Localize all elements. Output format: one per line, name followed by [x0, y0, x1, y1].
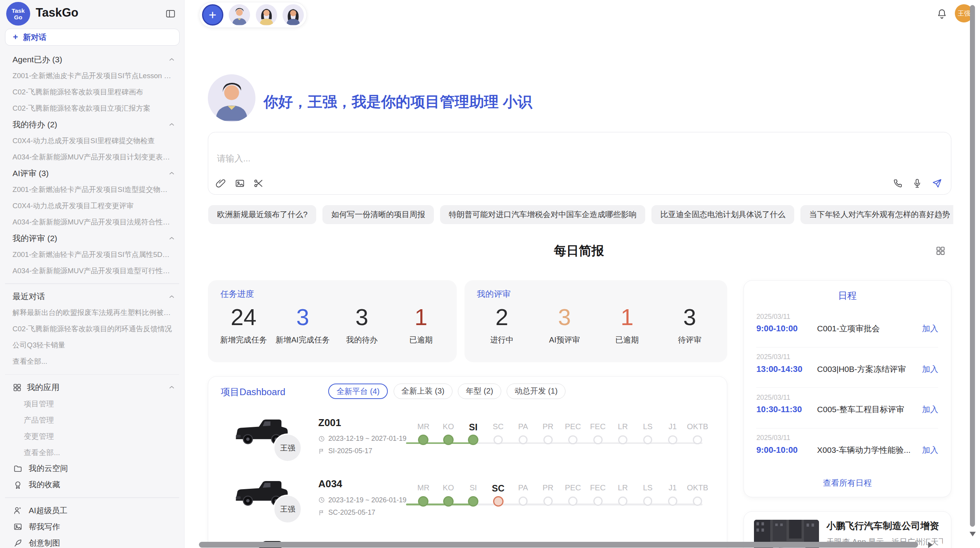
schedule-main-row: 13:00-14:30C003|H0B-方案冻结评审加入: [756, 364, 938, 375]
app-item[interactable]: 产品管理: [0, 412, 184, 428]
chevron-up-icon: [168, 56, 175, 63]
join-link[interactable]: 加入: [922, 445, 938, 456]
schedule-main-row: 9:00-10:00X003-车辆动力学性能验...加入: [756, 445, 938, 456]
schedule-time: 13:00-14:30: [756, 364, 817, 374]
dashboard-title: 项目Dashboard: [221, 386, 285, 398]
recent-chat-item[interactable]: 解释最新出台的欧盟报废车法规再生塑料比例被调至15%...: [0, 305, 184, 321]
recent-chat-item[interactable]: C02-飞腾新能源轻客改款项目的闭环通告反馈情况: [0, 321, 184, 337]
project-row[interactable]: 王强Z0012023-12-19 ~ 2027-01-19SI-2025-05-…: [208, 407, 726, 468]
image-upload-icon[interactable]: [235, 178, 245, 188]
sidebar-apps-header[interactable]: 我的应用: [0, 379, 184, 396]
suggestion-chip[interactable]: 比亚迪全固态电池计划具体说了什么: [651, 205, 794, 224]
chat-input[interactable]: [216, 151, 781, 179]
flag-text: SI-2025-05-17: [328, 447, 372, 455]
new-chat-label: 新对话: [23, 32, 46, 43]
milestone-dot: [443, 435, 454, 445]
dashboard-tab[interactable]: 动总开发 (1): [507, 384, 565, 399]
daily-briefing-title: 每日简报: [199, 243, 959, 260]
suggestion-chip[interactable]: 欧洲新规最近颁布了什么?: [208, 205, 316, 224]
sidebar-item[interactable]: C02-飞腾新能源轻客改款项目里程碑画布: [0, 84, 184, 100]
sidebar-item[interactable]: C0X4-动力总成开发项目工程变更评审: [0, 198, 184, 214]
milestone: LR: [610, 407, 635, 445]
join-link[interactable]: 加入: [922, 323, 938, 334]
attachment-icon[interactable]: [216, 178, 226, 188]
sidebar-item-favorites[interactable]: 我的收藏: [0, 477, 184, 493]
sidebar-item-creative-draw[interactable]: 创意制图: [0, 535, 184, 548]
send-icon[interactable]: [932, 178, 942, 188]
horizontal-scrollbar[interactable]: [199, 542, 918, 548]
stat-label: AI预评审: [533, 335, 596, 345]
sidebar-item[interactable]: Z001-全新燃油轻卡产品开发项目SI节点属性5D文件评审: [0, 247, 184, 263]
agent-avatar-3[interactable]: [283, 4, 304, 26]
milestone-label: FEC: [586, 483, 610, 495]
stat-value: 3: [533, 304, 596, 331]
briefing-layout-icon[interactable]: [935, 245, 946, 256]
dashboard-tab[interactable]: 全新上装 (3): [394, 384, 452, 399]
app-item[interactable]: 项目管理: [0, 396, 184, 412]
milestone-timeline: MRKOSISCPAPRPECFECLRLSJ1OKTB: [406, 407, 708, 468]
people-icon: [13, 506, 22, 515]
stat-column: 2进行中: [471, 304, 533, 345]
sidebar-section-header[interactable]: AI评审 (3): [0, 165, 184, 182]
dashboard-tab[interactable]: 年型 (2): [458, 384, 501, 399]
view-all-recent-link[interactable]: 查看全部...: [0, 353, 184, 370]
add-agent-button[interactable]: +: [202, 4, 223, 26]
input-voice-tools: [893, 178, 942, 188]
suggestion-chip[interactable]: 如何写一份清晰的项目周报: [322, 205, 434, 224]
folder-icon: [13, 464, 22, 473]
section-title: 我的应用: [27, 382, 60, 393]
sidebar-item[interactable]: Z001-全新燃油轻卡产品开发项目SI造型提交物评审: [0, 182, 184, 198]
sidebar-item[interactable]: A034-全新新能源MUV产品开发项目造型可行性评审: [0, 263, 184, 279]
sidebar-section-header[interactable]: 我的评审 (2): [0, 230, 184, 247]
schedule-name: C005-整车工程目标评审: [817, 404, 922, 415]
join-link[interactable]: 加入: [922, 404, 938, 415]
sidebar-item[interactable]: Z001-全新燃油皮卡产品开发项目SI节点Lesson Learn报告: [0, 68, 184, 84]
section-title: 我的待办 (2): [12, 119, 57, 130]
milestone-dot: [519, 497, 528, 506]
sidebar-collapse-icon[interactable]: [165, 8, 176, 19]
sidebar-item[interactable]: A034-全新新能源MUV产品开发项目计划变更表编写: [0, 149, 184, 165]
sidebar-section-header[interactable]: 我的待办 (2): [0, 116, 184, 133]
sidebar-item[interactable]: C02-飞腾新能源轻客改款项目立项汇报方案: [0, 100, 184, 116]
milestone-dot: [543, 435, 553, 445]
view-all-schedule-link[interactable]: 查看所有日程: [744, 478, 951, 488]
join-link[interactable]: 加入: [922, 364, 938, 375]
suggestion-chip[interactable]: 当下年轻人对汽车外观有怎样的喜好趋势: [800, 205, 953, 224]
milestone: KO: [436, 407, 461, 445]
sidebar-recent-header[interactable]: 最近对话: [0, 288, 184, 305]
milestone: KO: [436, 468, 461, 506]
scroll-down-arrow-icon[interactable]: [970, 532, 976, 536]
my-review-card: 我的评审 2进行中3AI预评审1已逾期3待评审: [464, 280, 727, 362]
sidebar-item-help-write[interactable]: 帮我写作: [0, 519, 184, 535]
sidebar-item-cloud-space[interactable]: 我的云空间: [0, 461, 184, 477]
schedule-item: 2025/03/119:00-10:00X003-车辆动力学性能验...加入: [756, 428, 938, 468]
suggestion-chip[interactable]: 特朗普可能对进口汽车增税会对中国车企造成哪些影响: [440, 205, 645, 224]
phone-call-icon[interactable]: [893, 178, 903, 188]
milestone-dot: [493, 496, 504, 507]
new-chat-button[interactable]: + 新对话: [5, 29, 180, 46]
dashboard-tab[interactable]: 全新平台 (4): [328, 384, 388, 399]
milestone-label: PR: [536, 483, 560, 495]
scroll-right-arrow-icon[interactable]: [928, 542, 933, 548]
sidebar-item[interactable]: C0X4-动力总成开发项目SI里程碑提交物检查: [0, 133, 184, 149]
stat-label: 新增AI完成任务: [273, 335, 332, 345]
sidebar-item-ai-staff[interactable]: AI超级员工: [0, 502, 184, 519]
sidebar-section-header[interactable]: Agent已办 (3): [0, 51, 184, 68]
notification-bell-icon[interactable]: [936, 8, 947, 19]
stat-value: 3: [273, 304, 332, 331]
vertical-scrollbar[interactable]: [970, 5, 975, 527]
stat-column: 1已逾期: [596, 304, 658, 345]
badge-icon: [13, 480, 22, 490]
screenshot-scissors-icon[interactable]: [253, 178, 264, 188]
view-all-apps-link[interactable]: 查看全部...: [0, 444, 184, 461]
recent-chat-item[interactable]: 公司Q3轻卡销量: [0, 337, 184, 353]
microphone-icon[interactable]: [912, 178, 922, 188]
app-item[interactable]: 变更管理: [0, 428, 184, 444]
stat-value: 1: [391, 304, 451, 331]
milestone-dot: [519, 435, 528, 445]
project-row[interactable]: 王强A0342023-12-19 ~ 2026-01-19SC-2025-05-…: [208, 468, 726, 529]
sidebar-item[interactable]: A034-全新新能源MUV产品开发项目法规符合性评审: [0, 214, 184, 230]
input-attach-tools: [216, 178, 264, 188]
agent-avatar-1[interactable]: [229, 4, 250, 26]
agent-avatar-2[interactable]: [256, 4, 277, 26]
